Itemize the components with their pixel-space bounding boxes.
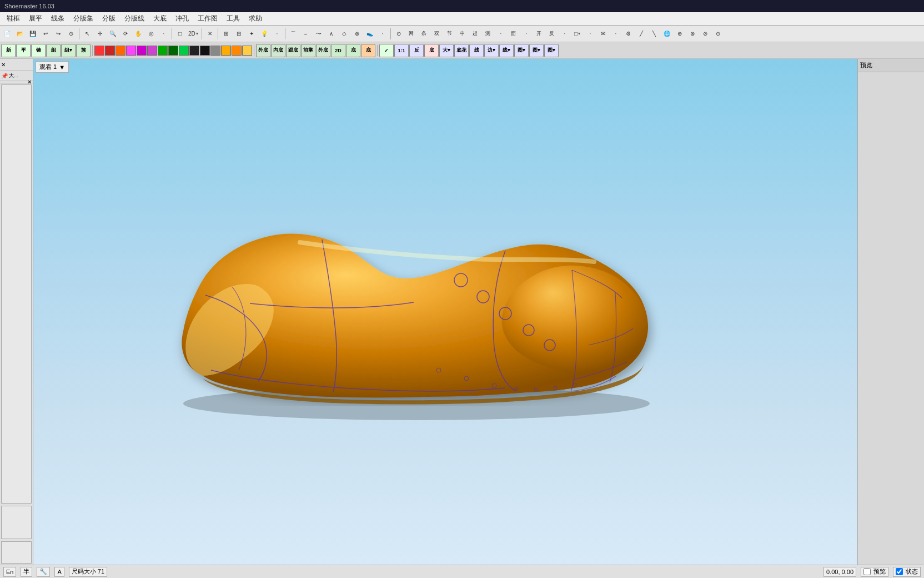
tb-view2[interactable]: ⊟ <box>233 27 245 41</box>
tb-select-arrow[interactable]: ↖ <box>81 27 93 41</box>
tb-circle3[interactable]: ⊙ <box>393 27 405 41</box>
tb-mirror[interactable]: 镜 <box>31 44 46 57</box>
color-red1[interactable] <box>94 46 104 56</box>
status-icon[interactable]: 🔧 <box>37 567 50 577</box>
tb-wave[interactable]: 〜 <box>313 27 325 41</box>
tb-view1[interactable]: ⊞ <box>220 27 232 41</box>
color-green1[interactable] <box>158 46 168 56</box>
tb-new[interactable]: 📄 <box>1 27 13 41</box>
tb-2d-mode[interactable]: 2D ▾ <box>187 27 200 41</box>
tb-shoelast-icon[interactable]: 👟 <box>364 27 376 41</box>
menu-punch[interactable]: 冲孔 <box>171 13 193 24</box>
tb-slash1[interactable]: ╱ <box>635 27 647 41</box>
tb-open[interactable]: 📂 <box>14 27 26 41</box>
status-size-value[interactable]: 尺码大小 71 <box>69 567 107 577</box>
tb-slash2[interactable]: ╲ <box>648 27 660 41</box>
tb-outsole[interactable]: 外底 <box>256 44 270 57</box>
tb-size[interactable]: 大▾ <box>439 44 454 57</box>
color-green2[interactable] <box>168 46 178 56</box>
tb-settings[interactable]: ⚙ <box>622 27 635 41</box>
color-red2[interactable] <box>105 46 115 56</box>
preview-checkbox[interactable] <box>863 568 871 575</box>
tb-pan[interactable]: ✋ <box>132 27 144 41</box>
tb-shape-drop[interactable]: □ ▾ <box>571 27 584 41</box>
tb-measure[interactable]: 测 <box>482 27 494 41</box>
color-pink1[interactable] <box>126 46 136 56</box>
tb-face[interactable]: 面 <box>508 27 520 41</box>
viewport[interactable]: 观看 1 ▼ <box>33 59 857 565</box>
tb-circle-slash[interactable]: ⊘ <box>699 27 711 41</box>
menu-split[interactable]: 分版 <box>98 13 120 24</box>
tb-double[interactable]: 双 <box>431 27 443 41</box>
tb-xmark[interactable]: ⊗ <box>351 27 363 41</box>
tb-check[interactable]: ✓ <box>379 44 394 57</box>
tb-border[interactable]: 边▾ <box>484 44 499 57</box>
tb-heel[interactable]: 跟底 <box>286 44 300 57</box>
color-purple2[interactable] <box>147 46 157 56</box>
tb-base[interactable]: 底 <box>424 44 439 57</box>
status-preview-check[interactable]: 预览 <box>861 567 888 577</box>
tb-rectangle[interactable]: □ <box>174 27 186 41</box>
menu-split-line[interactable]: 分版线 <box>120 13 149 24</box>
menu-outsole[interactable]: 大底 <box>149 13 171 24</box>
color-orange2[interactable] <box>221 46 231 56</box>
tb-arc1[interactable]: ⌒ <box>287 27 299 41</box>
tb-arc2[interactable]: ⌣ <box>300 27 312 41</box>
view-selector[interactable]: 观看 1 ▼ <box>36 61 69 73</box>
color-orange[interactable] <box>116 46 125 56</box>
tb-flat[interactable]: 平 <box>16 44 31 57</box>
tb-target[interactable]: ⊙ <box>65 27 77 41</box>
tb-lamp-dot[interactable]: · <box>271 27 283 41</box>
left-panel-pin[interactable]: 📌 <box>1 73 8 79</box>
tb-family[interactable]: 族 <box>76 44 91 57</box>
tb-point[interactable]: ✦ <box>245 27 258 41</box>
tb-chart3[interactable]: 图▾ <box>544 44 559 57</box>
tb-dot3[interactable]: · <box>495 27 507 41</box>
tb-circle-dot[interactable]: ⊙ <box>712 27 724 41</box>
color-black2[interactable] <box>200 46 210 56</box>
color-purple1[interactable] <box>137 46 147 56</box>
tb-forefoot[interactable]: 前掌 <box>301 44 315 57</box>
tb-group[interactable]: 组 <box>46 44 61 57</box>
tb-circle-select[interactable]: ◎ <box>145 27 157 41</box>
tb-line[interactable]: 线 <box>469 44 484 57</box>
tb-2d[interactable]: 2D <box>331 44 345 57</box>
tb-insole[interactable]: 内底 <box>271 44 285 57</box>
color-yellow1[interactable] <box>232 46 242 56</box>
tb-lamp[interactable]: 💡 <box>258 27 270 41</box>
tb-circle-plus[interactable]: ⊕ <box>674 27 686 41</box>
tb-globe[interactable]: 🌐 <box>661 27 673 41</box>
menu-shoes[interactable]: 鞋框 <box>2 13 24 24</box>
color-green3[interactable] <box>179 46 189 56</box>
color-gray[interactable] <box>210 46 220 56</box>
tb-dot[interactable]: · <box>158 27 170 41</box>
tb-zoom[interactable]: 🔍 <box>107 27 119 41</box>
status-half[interactable]: 半 <box>21 567 32 577</box>
state-checkbox[interactable] <box>896 568 903 575</box>
tb-group2[interactable]: 组▾ <box>61 44 76 57</box>
menu-tools[interactable]: 工具 <box>222 13 244 24</box>
tb-chart1[interactable]: 图▾ <box>514 44 529 57</box>
tb-diamond[interactable]: ◇ <box>338 27 350 41</box>
tb-center[interactable]: 中 <box>456 27 469 41</box>
tb-outsole2[interactable]: 外底 <box>316 44 330 57</box>
tb-sole1[interactable]: 底 <box>346 44 360 57</box>
tb-new2[interactable]: 新 <box>1 44 16 57</box>
menu-expand[interactable]: 展平 <box>24 13 47 24</box>
tb-dot7[interactable]: · <box>610 27 622 41</box>
tb-dot6[interactable]: · <box>584 27 596 41</box>
status-lang[interactable]: En <box>3 567 16 577</box>
tb-rotate[interactable]: ⟳ <box>119 27 132 41</box>
tb-undo[interactable]: ↩ <box>39 27 52 41</box>
tb-redo[interactable]: ↪ <box>52 27 64 41</box>
tb-ratio[interactable]: 1:1 <box>394 44 409 57</box>
tb-node[interactable]: 节 <box>444 27 456 41</box>
status-state-check[interactable]: 状态 <box>893 567 921 577</box>
tb-dot2[interactable]: · <box>376 27 389 41</box>
tb-hat[interactable]: ∧ <box>325 27 338 41</box>
tb-sole2[interactable]: 底 <box>361 44 375 57</box>
tb-crosshair[interactable]: ✛ <box>94 27 106 41</box>
tb-flip[interactable]: 反 <box>409 44 424 57</box>
menu-split-set[interactable]: 分版集 <box>69 13 98 24</box>
tb-mail[interactable]: ✉ <box>597 27 609 41</box>
